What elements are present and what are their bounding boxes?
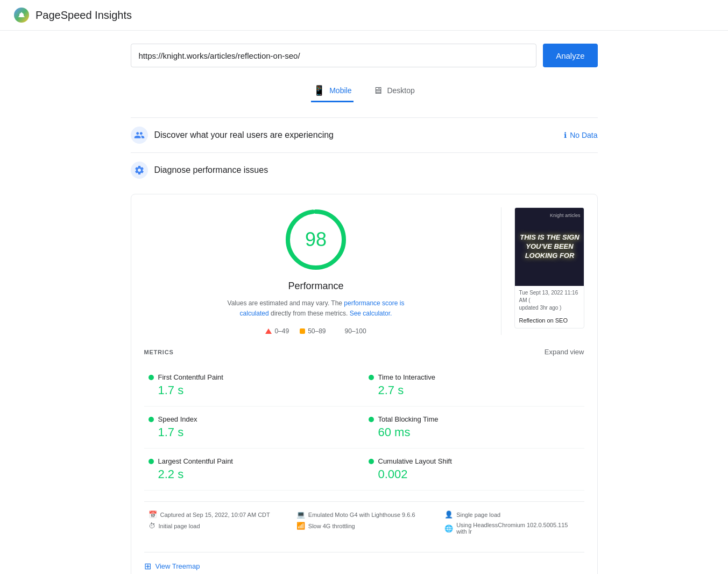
score-description: Values are estimated and may vary. The p… — [214, 298, 418, 319]
app-title: PageSpeed Insights — [36, 9, 132, 22]
lcp-dot — [149, 459, 154, 464]
score-panel: 98 Performance Values are estimated and … — [144, 207, 488, 335]
fail-icon — [265, 328, 272, 334]
thumbnail-meta: Tue Sept 13, 2022 11:16 AM (updated 3hr … — [515, 286, 584, 315]
calculator-link[interactable]: See calculator. — [350, 310, 392, 317]
metrics-grid: First Contentful Paint 1.7 s Time to Int… — [144, 365, 584, 491]
thumbnail-caption: Reflection on SEO — [515, 315, 584, 328]
treemap-icon: ⊞ — [144, 561, 151, 571]
calendar-icon: 📅 — [149, 510, 157, 519]
metric-si: Speed Index 1.7 s — [144, 407, 364, 449]
cls-dot — [369, 459, 374, 464]
device-tabs: 📱 Mobile 🖥 Desktop — [131, 80, 598, 102]
metrics-title: METRICS — [144, 349, 174, 355]
info-icon: ℹ — [564, 131, 567, 139]
diagnose-icon — [131, 162, 148, 179]
footer-info: 📅 Captured at Sep 15, 2022, 10:07 AM CDT… — [144, 501, 584, 543]
no-data-label: No Data — [570, 131, 597, 139]
legend-fail: 0–49 — [265, 327, 289, 335]
vertical-divider — [501, 207, 501, 335]
real-users-title: Discover what your real users are experi… — [154, 130, 558, 140]
si-label: Speed Index — [158, 415, 197, 423]
page-load-text: Initial page load — [159, 523, 200, 529]
metric-tbt: Total Blocking Time 60 ms — [364, 407, 584, 449]
footer-col-1: 📅 Captured at Sep 15, 2022, 10:07 AM CDT… — [149, 510, 284, 535]
footer-capture-date: 📅 Captured at Sep 15, 2022, 10:07 AM CDT — [149, 510, 284, 519]
footer-throttling: 📶 Slow 4G throttling — [296, 522, 432, 530]
average-range: 50–89 — [308, 327, 326, 335]
good-icon — [337, 328, 342, 334]
metric-fcp: First Contentful Paint 1.7 s — [144, 365, 364, 407]
footer-single-page: 👤 Single page load — [444, 510, 579, 519]
cls-label: Cumulative Layout Shift — [378, 457, 452, 465]
si-value: 1.7 s — [149, 425, 360, 439]
good-range: 90–100 — [345, 327, 366, 335]
url-input[interactable]: https://knight.works/articles/reflection… — [131, 44, 537, 67]
fcp-dot — [149, 375, 154, 380]
legend-good: 90–100 — [337, 327, 366, 335]
fail-range: 0–49 — [274, 327, 289, 335]
tab-desktop-label: Desktop — [387, 86, 414, 95]
analyze-button[interactable]: Analyze — [543, 44, 597, 67]
pagespeed-logo — [13, 6, 30, 24]
emulated-device-text: Emulated Moto G4 with Lighthouse 9.6.6 — [308, 512, 415, 518]
throttling-text: Slow 4G throttling — [308, 523, 355, 529]
metrics-header: METRICS Expand view — [144, 348, 584, 356]
tbt-label: Total Blocking Time — [378, 415, 439, 423]
real-users-section: Discover what your real users are experi… — [131, 117, 598, 152]
lcp-value: 2.2 s — [149, 467, 360, 481]
timer-icon: ⏱ — [149, 522, 156, 530]
capture-date-text: Captured at Sep 15, 2022, 10:07 AM CDT — [160, 512, 270, 518]
score-legend: 0–49 50–89 90–100 — [265, 327, 366, 335]
metrics-section: METRICS Expand view First Contentful Pai… — [144, 348, 584, 491]
tab-mobile[interactable]: 📱 Mobile — [311, 80, 354, 102]
search-bar: https://knight.works/articles/reflection… — [131, 44, 598, 67]
thumbnail-overlay-text: THIS IS THE SIGN YOU'VE BEEN LOOKING FOR — [515, 229, 584, 265]
si-dot — [149, 417, 154, 422]
footer-col-2: 💻 Emulated Moto G4 with Lighthouse 9.6.6… — [296, 510, 432, 535]
device-icon: 💻 — [296, 510, 305, 519]
tti-label: Time to Interactive — [378, 373, 435, 381]
footer-emulated-device: 💻 Emulated Moto G4 with Lighthouse 9.6.6 — [296, 510, 432, 519]
diagnose-title: Diagnose performance issues — [154, 165, 598, 175]
desktop-icon: 🖥 — [373, 85, 383, 96]
fcp-label: First Contentful Paint — [158, 373, 223, 381]
footer-col-3: 👤 Single page load 🌐 Using HeadlessChrom… — [444, 510, 579, 535]
tab-desktop[interactable]: 🖥 Desktop — [371, 80, 416, 102]
mobile-icon: 📱 — [313, 85, 325, 96]
fcp-value: 1.7 s — [149, 383, 360, 397]
diagnose-section: Diagnose performance issues — [131, 152, 598, 187]
metric-cls: Cumulative Layout Shift 0.002 — [364, 449, 584, 491]
browser-icon: 🌐 — [444, 524, 453, 533]
footer-page-load: ⏱ Initial page load — [149, 522, 284, 530]
user-icon: 👤 — [444, 510, 453, 519]
svg-point-1 — [19, 13, 24, 17]
page-thumbnail: Knight articles THIS IS THE SIGN YOU'VE … — [514, 207, 584, 328]
results-card: 98 Performance Values are estimated and … — [131, 194, 598, 574]
score-value: 98 — [305, 228, 327, 251]
tti-value: 2.7 s — [369, 383, 580, 397]
treemap-label: View Treemap — [156, 562, 200, 570]
thumbnail-site-label: Knight articles — [550, 212, 581, 219]
tab-mobile-label: Mobile — [329, 86, 351, 95]
metric-tti: Time to Interactive 2.7 s — [364, 365, 584, 407]
browser-info-text: Using HeadlessChromium 102.0.5005.115 wi… — [456, 522, 579, 535]
thumbnail-image: Knight articles THIS IS THE SIGN YOU'VE … — [515, 208, 584, 286]
no-data-badge: ℹ No Data — [564, 131, 597, 139]
legend-average: 50–89 — [300, 327, 326, 335]
average-icon — [300, 328, 305, 334]
tti-dot — [369, 375, 374, 380]
single-page-text: Single page load — [456, 512, 500, 518]
cls-value: 0.002 — [369, 467, 580, 481]
score-label: Performance — [288, 281, 343, 292]
lcp-label: Largest Contentful Paint — [158, 457, 233, 465]
metric-lcp: Largest Contentful Paint 2.2 s — [144, 449, 364, 491]
tbt-value: 60 ms — [369, 425, 580, 439]
real-users-icon — [131, 127, 148, 144]
score-circle: 98 — [284, 207, 348, 272]
expand-view-button[interactable]: Expand view — [545, 348, 584, 356]
view-treemap-button[interactable]: ⊞ View Treemap — [144, 552, 584, 571]
network-icon: 📶 — [296, 522, 305, 530]
tbt-dot — [369, 417, 374, 422]
footer-browser-info: 🌐 Using HeadlessChromium 102.0.5005.115 … — [444, 522, 579, 535]
